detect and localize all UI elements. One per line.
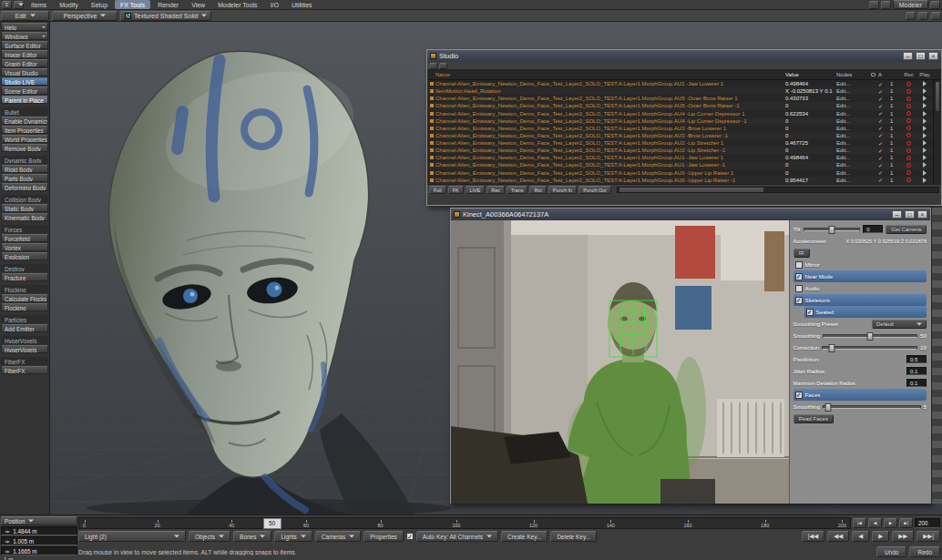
column-value[interactable]: Value xyxy=(785,72,836,77)
menubar-item[interactable]: Render xyxy=(152,0,184,9)
record-icon[interactable] xyxy=(906,156,911,160)
channel-nodes-edit[interactable]: Edit... xyxy=(836,178,867,183)
timeline-transport-button[interactable]: ▶ xyxy=(884,518,897,528)
studio-menu-icon[interactable] xyxy=(429,63,437,69)
sidebar-item[interactable]: Remove Body xyxy=(1,144,48,152)
maximize-icon[interactable]: □ xyxy=(916,52,926,60)
channel-row[interactable]: Channel:Alien_Emissary_Newton_Demo_Face_… xyxy=(427,117,933,125)
play-icon[interactable] xyxy=(923,103,927,108)
studio-footer-button[interactable]: Punch In xyxy=(548,186,577,194)
timeline-transport-button[interactable]: ◀ xyxy=(868,518,882,528)
position-mode-dropdown[interactable]: Position xyxy=(1,516,77,525)
play-icon[interactable] xyxy=(923,140,927,146)
sidebar-item[interactable]: FiberFX xyxy=(1,357,48,365)
studio-footer-button[interactable]: Full xyxy=(429,186,446,194)
end-frame-field[interactable]: 200 xyxy=(915,518,940,528)
channel-value[interactable]: 0.498464 xyxy=(785,81,836,87)
channel-row[interactable]: Channel:Alien_Emissary_Newton_Demo_Face_… xyxy=(427,139,933,147)
sidebar-item[interactable]: Particles xyxy=(1,315,48,323)
sidebar-item[interactable]: Calculate Flocks xyxy=(1,294,48,302)
channel-value[interactable]: 0.622534 xyxy=(785,111,836,117)
faces-smoothing-slider[interactable] xyxy=(823,405,920,409)
menubar-item[interactable]: I/O xyxy=(265,0,284,9)
sidebar-item[interactable]: Fracture xyxy=(1,273,48,281)
menu-config-icon[interactable] xyxy=(14,1,24,9)
layout-icon[interactable] xyxy=(881,1,891,9)
view-mode-dropdown[interactable]: Perspective xyxy=(52,11,118,21)
playback-transport-button[interactable]: |◀◀ xyxy=(802,531,825,542)
item-type-button[interactable]: Objects xyxy=(189,531,230,542)
audio-checkbox[interactable]: Audio xyxy=(794,282,927,294)
sidebar-item[interactable]: Flocking xyxy=(1,285,48,293)
channel-nodes-edit[interactable]: Edit... xyxy=(836,133,867,138)
channel-nodes-edit[interactable]: Edit... xyxy=(836,118,867,124)
channel-enabled-check[interactable]: ✓ xyxy=(878,103,890,109)
switch-app-icon[interactable] xyxy=(930,1,940,9)
viewport-rotate-icon[interactable] xyxy=(918,12,928,20)
sidebar-item[interactable]: Image Editor xyxy=(1,50,48,58)
channel-value[interactable]: 0.498464 xyxy=(785,155,836,160)
sidebar-item[interactable]: World Properties xyxy=(1,135,48,143)
studio-filter-icon[interactable] xyxy=(439,63,447,69)
channel-enabled-check[interactable]: ✓ xyxy=(878,88,890,95)
shading-mode-dropdown[interactable]: Textured Shaded Solid xyxy=(120,11,211,21)
channel-row[interactable]: Channel:Alien_Emissary_Newton_Demo_Face_… xyxy=(427,154,933,161)
edit-menu-button[interactable]: Edit xyxy=(1,11,49,21)
seated-checkbox[interactable]: Seated xyxy=(804,306,927,318)
undo-button[interactable]: Undo xyxy=(876,546,907,557)
column-play[interactable]: Play xyxy=(916,72,933,77)
menubar-item[interactable]: Modeler Tools xyxy=(212,0,262,9)
playback-transport-button[interactable]: ◀ xyxy=(852,531,869,542)
minimize-icon[interactable]: – xyxy=(892,210,902,219)
studio-footer-button[interactable]: Rot xyxy=(529,186,546,194)
record-icon[interactable] xyxy=(906,104,911,108)
channel-weight[interactable]: 1 xyxy=(890,81,901,87)
viewport-pan-icon[interactable] xyxy=(906,12,916,20)
timeline-transport-button[interactable]: |◀ xyxy=(853,518,866,528)
record-icon[interactable] xyxy=(906,141,911,146)
channel-row[interactable]: Channel:Alien_Emissary_Newton_Demo_Face_… xyxy=(427,147,933,154)
maximize-icon[interactable]: □ xyxy=(905,210,915,219)
channel-enabled-check[interactable]: ✓ xyxy=(878,148,890,154)
playback-transport-button[interactable]: ▶▶| xyxy=(916,531,940,542)
play-icon[interactable] xyxy=(923,126,927,131)
channel-nodes-edit[interactable]: Edit... xyxy=(836,96,867,101)
near-mode-checkbox[interactable]: Near Mode xyxy=(794,270,927,282)
sidebar-item[interactable]: Bullet xyxy=(1,107,48,116)
jitter-radius-field[interactable]: 0.1 xyxy=(906,367,927,375)
sidebar-item[interactable]: Visual Studio xyxy=(1,68,48,76)
sidebar-item[interactable]: Scene Editor xyxy=(1,87,48,95)
current-item-dropdown[interactable]: Light (2) xyxy=(78,531,186,542)
channel-row[interactable]: Channel:Alien_Emissary_Newton_Demo_Face_… xyxy=(427,125,933,132)
properties-button[interactable]: Properties xyxy=(363,531,404,542)
playback-transport-button[interactable]: ▶▶ xyxy=(892,531,914,542)
channel-value[interactable]: X -0.0250813 Y 0.1 xyxy=(785,88,836,94)
record-icon[interactable] xyxy=(906,82,911,87)
sidebar-item[interactable]: Kinematic Body xyxy=(1,213,48,221)
channel-nodes-edit[interactable]: Edit... xyxy=(836,162,867,168)
sidebar-item[interactable]: FiberFX xyxy=(1,366,48,374)
channel-nodes-edit[interactable]: Edit... xyxy=(836,88,867,94)
sidebar-item[interactable]: Studio LIVE xyxy=(1,77,48,86)
sidebar-item[interactable]: Surface Editor xyxy=(1,41,48,49)
menubar-item[interactable]: Utilities xyxy=(286,0,318,9)
sidebar-item[interactable]: Vortex xyxy=(1,243,48,251)
prediction-field[interactable]: 0.5 xyxy=(906,355,927,363)
playback-transport-button[interactable]: ▶ xyxy=(872,531,889,542)
channel-nodes-edit[interactable]: Edit... xyxy=(836,140,867,146)
channel-enabled-check[interactable]: ✓ xyxy=(878,132,890,138)
record-icon[interactable] xyxy=(906,111,911,116)
sidebar-item[interactable]: Windows xyxy=(1,32,48,40)
read-faces-button[interactable]: Read Faces xyxy=(794,414,834,423)
y-position-field[interactable]: 1.005 m xyxy=(1,536,77,545)
channel-row[interactable]: ItemMotion:Head_Rotation X -0.0250813 Y … xyxy=(427,87,933,95)
channel-enabled-check[interactable]: ✓ xyxy=(878,169,890,176)
studio-footer-button[interactable]: Punch Out xyxy=(579,186,610,194)
channel-row[interactable]: Channel:Alien_Emissary_Newton_Demo_Face_… xyxy=(427,161,933,168)
sidebar-item[interactable]: Explosion xyxy=(1,252,48,260)
column-name[interactable]: Name xyxy=(435,72,785,77)
play-icon[interactable] xyxy=(923,88,927,94)
viewport-zoom-icon[interactable] xyxy=(931,12,941,20)
channel-value[interactable]: 0 xyxy=(785,170,836,176)
sidebar-item[interactable]: Graph Editor xyxy=(1,59,48,67)
